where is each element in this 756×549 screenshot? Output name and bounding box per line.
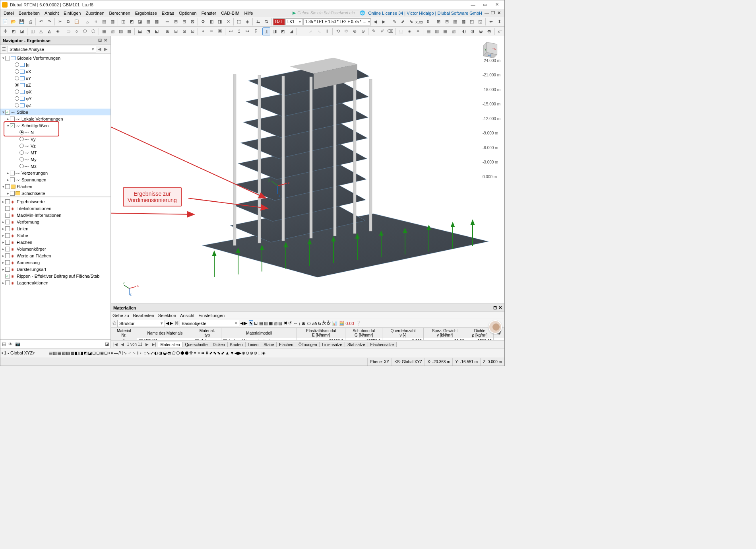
tree-item[interactable]: ▸✷Abmessung — [0, 259, 110, 266]
tool-icon[interactable]: ⌖ — [199, 27, 207, 35]
tool-icon-active[interactable]: ◫ — [262, 27, 270, 35]
next-icon[interactable]: ▶ — [380, 18, 388, 26]
tool-icon[interactable]: x= — [496, 27, 504, 35]
tab-öffnungen[interactable]: Öffnungen — [296, 342, 320, 347]
tree-item[interactable]: ▸〰Spannungen — [0, 176, 110, 183]
tool-icon[interactable]: ▧ — [62, 350, 66, 356]
menu-cad-bim[interactable]: CAD-BIM — [219, 10, 242, 16]
3d-view[interactable]: x y z -24.000 m-21.000 m-18.000 m-15.000… — [111, 36, 504, 304]
loadcombo-desc[interactable]: 1.35 * LF1 + 1.50 * LF2 + 0.75 * …▾ — [303, 18, 371, 25]
tab-materialien[interactable]: Materialien — [158, 342, 183, 347]
close-button[interactable]: ✕ — [491, 1, 503, 9]
next-icon[interactable]: ▶ — [244, 321, 247, 326]
tool-icon[interactable]: ⬉ — [213, 350, 217, 356]
tool-icon[interactable]: ⊡ — [188, 27, 196, 35]
tree-item[interactable]: ✷Titelinformationen — [0, 205, 110, 212]
globe-icon[interactable]: 🌐 — [359, 10, 366, 16]
tree-item[interactable]: ▸✷Darstellungsart — [0, 266, 110, 273]
tab-stäbe[interactable]: Stäbe — [261, 342, 277, 347]
tool-icon[interactable]: ◑ — [159, 350, 163, 356]
tool-icon[interactable]: ▧ — [273, 321, 277, 326]
tool-icon[interactable]: ◪ — [287, 27, 295, 35]
tree-item[interactable]: ▸✷Werte an Flächen — [0, 252, 110, 259]
tool-icon[interactable]: ◓ — [167, 350, 171, 356]
tool-icon[interactable]: ⬢ — [180, 350, 184, 356]
maximize-button[interactable]: ▭ — [479, 1, 491, 9]
tree-item[interactable]: 〰N — [0, 129, 110, 136]
tool-icon[interactable]: ⊡ — [254, 321, 258, 326]
tool-icon[interactable]: ↔ — [139, 350, 143, 356]
tool-icon[interactable]: ◧ — [207, 18, 215, 26]
tab-flächensätze[interactable]: Flächensätze — [368, 342, 397, 347]
tool-icon[interactable]: ✐ — [378, 27, 386, 35]
tree-item[interactable]: ✷Max/Min-Informationen — [0, 212, 110, 218]
tool-icon[interactable]: ⬚ — [235, 18, 243, 26]
cs-combo[interactable]: 1 - Global XYZ▾ — [4, 350, 48, 356]
tool-icon[interactable]: ⤡ — [146, 350, 150, 356]
close-panel-icon[interactable]: ✕ — [498, 305, 502, 310]
tool-icon[interactable]: ↕ — [299, 321, 301, 326]
tool-icon[interactable]: ◰ — [468, 18, 476, 26]
tool-icon[interactable]: ⚙ — [199, 18, 207, 26]
tool-icon[interactable]: ◪ — [18, 27, 26, 35]
tool-icon[interactable]: ✎ — [390, 18, 398, 26]
tool-icon[interactable]: ⊟ — [443, 18, 451, 26]
tool-icon[interactable]: ▩ — [125, 27, 133, 35]
tool-icon[interactable]: ◨ — [271, 27, 279, 35]
tool-icon[interactable]: ⊘ — [254, 350, 257, 356]
tool-icon[interactable]: ◧ — [75, 350, 79, 356]
tool-icon[interactable]: ⊞ — [302, 321, 305, 326]
tool-icon[interactable]: ◱ — [476, 18, 484, 26]
tool-icon[interactable]: ↗ — [504, 18, 504, 26]
tool-icon[interactable]: ◭ — [45, 27, 53, 35]
menu-einfügen[interactable]: Einfügen — [61, 10, 83, 16]
menu-zuordnen[interactable]: Zuordnen — [83, 10, 107, 16]
tree-item[interactable]: ▾Flächen — [0, 183, 110, 190]
tool-icon[interactable]: ⟳ — [342, 27, 350, 35]
tool-icon[interactable]: ↔ — [293, 321, 298, 326]
tree-item[interactable]: 〰Vy — [0, 136, 110, 142]
tool-icon[interactable]: ◩ — [83, 350, 87, 356]
tool-icon[interactable]: ⟋ — [306, 27, 314, 35]
cut-icon[interactable]: ✂ — [56, 18, 64, 26]
mdi-restore-icon[interactable]: ❐ — [491, 10, 497, 16]
mdi-min-icon[interactable]: — — [485, 11, 491, 16]
tree-item[interactable]: uX — [0, 68, 110, 75]
tool-icon[interactable]: ⬍ — [495, 18, 503, 26]
tool-icon[interactable]: ⦀ — [323, 27, 331, 35]
tool-icon[interactable]: ✧ — [197, 350, 201, 356]
tool-icon[interactable]: ◊ — [73, 27, 81, 35]
tool-icon[interactable]: ⊞ — [163, 27, 171, 35]
menu-hilfe[interactable]: Hilfe — [242, 10, 255, 16]
materials-table[interactable]: MaterialNr.Name des MaterialsMaterial-ty… — [111, 328, 504, 340]
tool-icon[interactable]: ⌗ — [92, 18, 100, 26]
tab-eye-icon[interactable]: 👁 — [8, 342, 13, 347]
tool-icon[interactable]: ⤢ — [150, 350, 154, 356]
tab-knoten[interactable]: Knoten — [227, 342, 246, 347]
tab-data-icon[interactable]: ▤ — [2, 341, 6, 347]
tool-icon[interactable]: ▦ — [144, 18, 152, 26]
tool-icon[interactable]: ab — [312, 321, 317, 326]
tool-icon[interactable]: ⊟ — [180, 18, 188, 26]
menu-bearbeiten[interactable]: Bearbeiten — [16, 10, 42, 16]
assistant-avatar[interactable] — [488, 320, 502, 334]
tree-item[interactable]: ▸✷Lagerreaktionen — [0, 279, 110, 286]
tool-icon[interactable]: ▨ — [117, 27, 125, 35]
tool-icon[interactable]: ⊕ — [242, 350, 245, 356]
tool-icon[interactable]: ⦀ — [137, 350, 139, 356]
tool-icon[interactable]: ⟍ — [132, 350, 136, 356]
tool-icon[interactable]: ∿ — [123, 350, 127, 356]
tool-icon[interactable]: ⊡ — [104, 350, 108, 356]
prev-icon[interactable]: ◀ — [371, 18, 379, 26]
tab-dicken[interactable]: Dicken — [210, 342, 228, 347]
tree-item[interactable]: ▸✷Stäbe — [0, 232, 110, 239]
tool-icon[interactable]: 📊 — [332, 321, 337, 326]
tree-item[interactable]: ▸✷Ergebniswerte — [0, 198, 110, 205]
tool-icon[interactable]: 0.00 — [345, 321, 354, 326]
tool-icon[interactable]: ◪ — [88, 350, 92, 356]
menu-ansicht[interactable]: Ansicht — [42, 10, 61, 16]
tool-icon[interactable]: ⟍ — [315, 27, 323, 35]
tool-icon[interactable]: | — [122, 350, 123, 356]
menu-fenster[interactable]: Fenster — [199, 10, 219, 16]
tool-icon[interactable]: ⊖ — [246, 350, 249, 356]
